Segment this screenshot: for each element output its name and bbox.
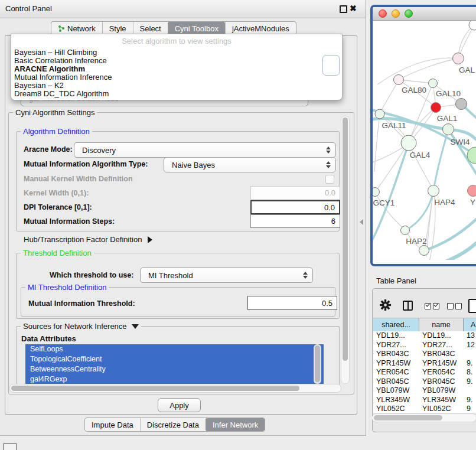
threshold-definition-title: Threshold Definition [21,249,94,257]
dpi-tolerance-field[interactable]: 0.0 [250,200,340,214]
splitter-collapse-icon[interactable] [360,219,363,225]
table-row[interactable]: YIL052CYIL052C9 [373,405,476,413]
network-view-window[interactable]: GAL GAL80 GAL10 GAL1 GAL11 SWI4 GAL4 GCY… [370,5,476,266]
mac-close-icon[interactable] [379,9,387,18]
table-panel-title: Table Panel [376,276,416,285]
select-all-rows-icon[interactable] [425,303,439,309]
node-label: GAL10 [436,89,461,98]
tab-discretize-data[interactable]: Discretize Data [140,418,206,431]
node-hap2[interactable] [401,226,410,235]
node-gal80[interactable] [394,75,404,85]
list-item[interactable]: SelfLoops [25,344,324,354]
table-row[interactable]: YDR27...YDR27...12 [373,341,476,350]
mi-type-select[interactable]: Naive Bayes [164,157,336,172]
algorithm-option[interactable]: Bayesian – Hill Climbing [11,48,342,57]
manual-kernel-checkbox[interactable] [325,175,334,184]
combo-arrows-icon [326,161,331,168]
table-row[interactable]: YLR345WYLR345W9. [373,396,476,405]
tab-cyni-toolbox[interactable]: Cyni Toolbox [168,22,225,35]
network-canvas[interactable]: GAL GAL80 GAL10 GAL1 GAL11 SWI4 GAL4 GCY… [373,21,476,260]
table-row[interactable]: YDL19...YDL19...13 [373,331,476,341]
dock-panel-icon[interactable] [3,443,17,450]
list-item[interactable]: gal4RGexp [25,374,324,384]
node-salmon[interactable] [468,185,476,197]
algorithm-option[interactable]: Dream8 DC_TDC Algorithm [11,90,342,98]
table-row[interactable]: YBR045CYBR045C9. [373,377,476,387]
tab-network[interactable]: Network [51,22,102,35]
aracne-mode-select[interactable]: Discovery [74,142,336,158]
node-gal4[interactable] [401,135,416,151]
attribute-list-scrollbar[interactable] [314,344,321,384]
tab-select[interactable]: Select [133,22,168,35]
mi-threshold-label: Mutual Information Threshold: [28,299,135,308]
list-item[interactable]: BetweennessCentrality [25,364,324,374]
algorithm-dropdown-popup: Select algorithm to view settings Bayesi… [11,34,343,100]
column-header-shared-name[interactable]: shared... [373,318,419,332]
mi-steps-label: Mutual Information Steps: [24,217,115,226]
collapse-arrow-icon[interactable] [132,324,139,329]
mi-threshold-title: MI Threshold Definition [25,283,109,292]
combo-edge-fragment [322,55,340,76]
mi-steps-field[interactable]: 6 [250,214,340,228]
deselect-all-rows-icon[interactable] [447,303,462,309]
list-item[interactable]: TopologicalCoefficient [25,354,324,364]
table-row[interactable]: YER054CYER054C8. [373,368,476,377]
mi-threshold-field[interactable]: 0.5 [247,296,337,310]
node-gal11[interactable] [375,109,384,119]
column-header-name[interactable]: name [419,318,464,332]
algorithm-option[interactable]: Basic Correlation Inference [11,57,342,65]
node-gray[interactable] [456,99,467,110]
control-panel-titlebar[interactable]: Control Panel ✖ [0,0,366,18]
node-label: SWI4 [450,138,470,146]
which-threshold-label: Which threshold to use: [50,271,133,279]
expand-arrow-icon[interactable] [148,236,152,243]
tab-jactivemnodules[interactable]: jActiveMNodules [225,22,296,35]
tab-style[interactable]: Style [102,22,133,35]
which-threshold-select[interactable]: MI Threshold [140,268,313,283]
table-row[interactable]: YBL079WYBL079W [373,386,476,396]
hub-definition-section[interactable]: Hub/Transcription Factor Definition [24,235,152,244]
node-label: GAL [459,66,475,74]
algorithm-option-selected[interactable]: ARACNE Algorithm [11,65,342,73]
sources-section[interactable]: Sources for Network Inference [21,322,141,331]
combo-arrows-icon [303,272,308,279]
table-horizontal-scrollbar[interactable] [372,413,476,422]
table-row[interactable]: YBR043CYBR043C [373,350,476,359]
kernel-width-field[interactable]: 0.0 [250,186,340,200]
tab-impute-data[interactable]: Impute Data [85,418,140,431]
screen: Control Panel ✖ Network Style Sel [0,0,476,450]
tab-infer-network[interactable]: Infer Network [206,418,265,431]
network-window-titlebar[interactable] [373,7,476,21]
node-label: HAP2 [406,237,426,246]
column-visibility-icon[interactable] [403,301,413,311]
node-label: GAL11 [382,121,406,130]
node-hap4[interactable] [428,185,439,197]
node-bottom[interactable] [419,246,429,256]
node-gal-pink[interactable] [453,53,464,64]
algorithm-option[interactable]: Bayesian – K2 [11,81,342,90]
node-gal1-red[interactable] [431,103,441,113]
node-gal10[interactable] [429,79,438,88]
table-settings-gear-icon[interactable] [380,299,391,313]
node-gcy1[interactable] [373,188,380,197]
float-window-icon[interactable] [340,5,347,13]
mac-minimize-icon[interactable] [392,9,400,18]
apply-button[interactable]: Apply [158,398,201,412]
algorithm-option[interactable]: Mutual Information Inference [11,73,342,81]
mac-zoom-icon[interactable] [405,9,413,18]
close-icon[interactable]: ✖ [350,4,357,13]
hub-definition-label: Hub/Transcription Factor Definition [24,235,142,244]
new-table-icon[interactable] [468,299,476,313]
node-swi4[interactable] [443,124,454,135]
aracne-mode-label: Aracne Mode: [24,145,73,154]
settings-horizontal-scrollbar[interactable] [9,384,341,393]
settings-vertical-scrollbar[interactable] [341,116,350,384]
data-attributes-label: Data Attributes [21,334,76,343]
dropdown-placeholder: Select algorithm to view settings [11,34,342,48]
network-graph: GAL GAL80 GAL10 GAL1 GAL11 SWI4 GAL4 GCY… [373,21,476,260]
table-rows: YDL19...YDL19...13 YDR27...YDR27...12 YB… [373,331,476,413]
column-header-partial[interactable]: A [464,318,476,332]
table-row[interactable]: YPR145WYPR145W9. [373,359,476,369]
data-attributes-list[interactable]: SelfLoops TopologicalCoefficient Between… [25,344,324,384]
window-title: Control Panel [5,4,52,13]
